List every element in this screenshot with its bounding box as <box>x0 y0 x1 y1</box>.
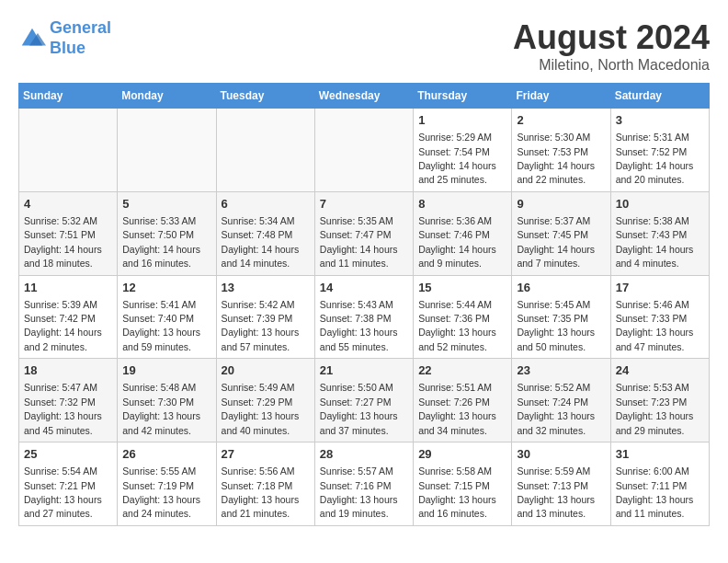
calendar-table: SundayMondayTuesdayWednesdayThursdayFrid… <box>18 83 710 526</box>
calendar-cell: 10Sunrise: 5:38 AM Sunset: 7:43 PM Dayli… <box>610 191 709 275</box>
week-row-3: 11Sunrise: 5:39 AM Sunset: 7:42 PM Dayli… <box>19 275 710 359</box>
week-row-2: 4Sunrise: 5:32 AM Sunset: 7:51 PM Daylig… <box>19 191 710 275</box>
calendar-cell: 5Sunrise: 5:33 AM Sunset: 7:50 PM Daylig… <box>118 191 216 275</box>
calendar-cell: 28Sunrise: 5:57 AM Sunset: 7:16 PM Dayli… <box>314 442 413 526</box>
day-number: 22 <box>418 362 506 379</box>
calendar-cell: 6Sunrise: 5:34 AM Sunset: 7:48 PM Daylig… <box>216 191 314 275</box>
day-info: Sunrise: 5:33 AM Sunset: 7:50 PM Dayligh… <box>122 215 200 269</box>
day-number: 14 <box>320 280 408 296</box>
week-row-1: 1Sunrise: 5:29 AM Sunset: 7:54 PM Daylig… <box>19 109 710 192</box>
day-info: Sunrise: 5:43 AM Sunset: 7:38 PM Dayligh… <box>320 299 398 352</box>
day-info: Sunrise: 5:52 AM Sunset: 7:24 PM Dayligh… <box>517 382 595 435</box>
day-info: Sunrise: 5:42 AM Sunset: 7:39 PM Dayligh… <box>222 299 300 352</box>
calendar-cell <box>19 109 118 192</box>
day-info: Sunrise: 5:44 AM Sunset: 7:36 PM Dayligh… <box>418 299 496 352</box>
day-header-monday: Monday <box>118 84 216 109</box>
day-info: Sunrise: 5:51 AM Sunset: 7:26 PM Dayligh… <box>418 382 496 435</box>
day-info: Sunrise: 5:29 AM Sunset: 7:54 PM Dayligh… <box>418 132 496 185</box>
calendar-cell: 11Sunrise: 5:39 AM Sunset: 7:42 PM Dayli… <box>19 275 118 359</box>
logo: General Blue <box>18 18 111 58</box>
day-header-saturday: Saturday <box>610 84 709 109</box>
calendar-cell: 21Sunrise: 5:50 AM Sunset: 7:27 PM Dayli… <box>314 359 413 442</box>
calendar-cell: 2Sunrise: 5:30 AM Sunset: 7:53 PM Daylig… <box>512 109 610 192</box>
calendar-cell: 23Sunrise: 5:52 AM Sunset: 7:24 PM Dayli… <box>512 359 610 442</box>
week-row-4: 18Sunrise: 5:47 AM Sunset: 7:32 PM Dayli… <box>19 359 710 442</box>
day-number: 10 <box>616 196 704 213</box>
day-number: 25 <box>24 446 112 463</box>
subtitle: Miletino, North Macedonia <box>513 57 710 74</box>
day-info: Sunrise: 5:56 AM Sunset: 7:18 PM Dayligh… <box>222 465 300 519</box>
day-number: 31 <box>616 446 704 463</box>
day-info: Sunrise: 5:46 AM Sunset: 7:33 PM Dayligh… <box>616 299 694 352</box>
day-header-tuesday: Tuesday <box>216 84 314 109</box>
calendar-cell: 30Sunrise: 5:59 AM Sunset: 7:13 PM Dayli… <box>512 442 610 526</box>
calendar-cell <box>118 109 216 192</box>
calendar-cell: 15Sunrise: 5:44 AM Sunset: 7:36 PM Dayli… <box>414 275 512 359</box>
day-info: Sunrise: 5:30 AM Sunset: 7:53 PM Dayligh… <box>517 132 595 185</box>
calendar-cell: 14Sunrise: 5:43 AM Sunset: 7:38 PM Dayli… <box>314 275 413 359</box>
calendar-cell: 31Sunrise: 6:00 AM Sunset: 7:11 PM Dayli… <box>610 442 709 526</box>
logo-line1: General <box>50 18 111 37</box>
header-row: SundayMondayTuesdayWednesdayThursdayFrid… <box>19 84 710 109</box>
day-info: Sunrise: 5:45 AM Sunset: 7:35 PM Dayligh… <box>517 299 595 352</box>
calendar-cell: 3Sunrise: 5:31 AM Sunset: 7:52 PM Daylig… <box>610 109 709 192</box>
day-info: Sunrise: 5:41 AM Sunset: 7:40 PM Dayligh… <box>122 299 200 352</box>
calendar-cell: 19Sunrise: 5:48 AM Sunset: 7:30 PM Dayli… <box>118 359 216 442</box>
day-info: Sunrise: 5:36 AM Sunset: 7:46 PM Dayligh… <box>418 215 496 269</box>
day-info: Sunrise: 5:37 AM Sunset: 7:45 PM Dayligh… <box>517 215 595 269</box>
day-number: 7 <box>320 196 408 213</box>
day-info: Sunrise: 5:39 AM Sunset: 7:42 PM Dayligh… <box>24 299 102 352</box>
day-info: Sunrise: 6:00 AM Sunset: 7:11 PM Dayligh… <box>616 465 694 519</box>
calendar-cell: 24Sunrise: 5:53 AM Sunset: 7:23 PM Dayli… <box>610 359 709 442</box>
day-info: Sunrise: 5:50 AM Sunset: 7:27 PM Dayligh… <box>320 382 398 435</box>
calendar-cell: 25Sunrise: 5:54 AM Sunset: 7:21 PM Dayli… <box>19 442 118 526</box>
day-number: 21 <box>320 362 408 379</box>
day-number: 13 <box>222 280 310 296</box>
calendar-cell: 22Sunrise: 5:51 AM Sunset: 7:26 PM Dayli… <box>414 359 512 442</box>
calendar-cell: 20Sunrise: 5:49 AM Sunset: 7:29 PM Dayli… <box>216 359 314 442</box>
day-number: 4 <box>24 196 112 213</box>
day-header-sunday: Sunday <box>19 84 118 109</box>
calendar-cell: 17Sunrise: 5:46 AM Sunset: 7:33 PM Dayli… <box>610 275 709 359</box>
day-info: Sunrise: 5:58 AM Sunset: 7:15 PM Dayligh… <box>418 465 496 519</box>
day-info: Sunrise: 5:49 AM Sunset: 7:29 PM Dayligh… <box>222 382 300 435</box>
page-header: General Blue August 2024 Miletino, North… <box>18 18 710 74</box>
day-number: 5 <box>122 196 210 213</box>
calendar-cell: 13Sunrise: 5:42 AM Sunset: 7:39 PM Dayli… <box>216 275 314 359</box>
day-info: Sunrise: 5:38 AM Sunset: 7:43 PM Dayligh… <box>616 215 694 269</box>
day-number: 23 <box>517 362 605 379</box>
day-number: 29 <box>418 446 506 463</box>
calendar-cell: 18Sunrise: 5:47 AM Sunset: 7:32 PM Dayli… <box>19 359 118 442</box>
calendar-cell: 29Sunrise: 5:58 AM Sunset: 7:15 PM Dayli… <box>414 442 512 526</box>
calendar-cell: 9Sunrise: 5:37 AM Sunset: 7:45 PM Daylig… <box>512 191 610 275</box>
day-number: 27 <box>222 446 310 463</box>
day-number: 2 <box>517 112 605 129</box>
day-number: 12 <box>122 280 210 296</box>
calendar-cell: 7Sunrise: 5:35 AM Sunset: 7:47 PM Daylig… <box>314 191 413 275</box>
day-number: 11 <box>24 280 112 296</box>
calendar-cell <box>216 109 314 192</box>
title-block: August 2024 Miletino, North Macedonia <box>513 18 710 74</box>
day-number: 16 <box>517 280 605 296</box>
day-number: 20 <box>222 362 310 379</box>
day-number: 9 <box>517 196 605 213</box>
day-number: 19 <box>122 362 210 379</box>
day-info: Sunrise: 5:34 AM Sunset: 7:48 PM Dayligh… <box>222 215 300 269</box>
day-info: Sunrise: 5:57 AM Sunset: 7:16 PM Dayligh… <box>320 465 398 519</box>
day-number: 18 <box>24 362 112 379</box>
day-number: 6 <box>222 196 310 213</box>
day-info: Sunrise: 5:31 AM Sunset: 7:52 PM Dayligh… <box>616 132 694 185</box>
day-number: 24 <box>616 362 704 379</box>
day-info: Sunrise: 5:54 AM Sunset: 7:21 PM Dayligh… <box>24 465 102 519</box>
calendar-cell: 27Sunrise: 5:56 AM Sunset: 7:18 PM Dayli… <box>216 442 314 526</box>
calendar-cell <box>314 109 413 192</box>
day-info: Sunrise: 5:53 AM Sunset: 7:23 PM Dayligh… <box>616 382 694 435</box>
calendar-cell: 26Sunrise: 5:55 AM Sunset: 7:19 PM Dayli… <box>118 442 216 526</box>
logo-line2: Blue <box>50 39 85 57</box>
day-info: Sunrise: 5:48 AM Sunset: 7:30 PM Dayligh… <box>122 382 200 435</box>
day-number: 30 <box>517 446 605 463</box>
day-number: 26 <box>122 446 210 463</box>
calendar-cell: 1Sunrise: 5:29 AM Sunset: 7:54 PM Daylig… <box>414 109 512 192</box>
day-info: Sunrise: 5:47 AM Sunset: 7:32 PM Dayligh… <box>24 382 102 435</box>
calendar-cell: 12Sunrise: 5:41 AM Sunset: 7:40 PM Dayli… <box>118 275 216 359</box>
